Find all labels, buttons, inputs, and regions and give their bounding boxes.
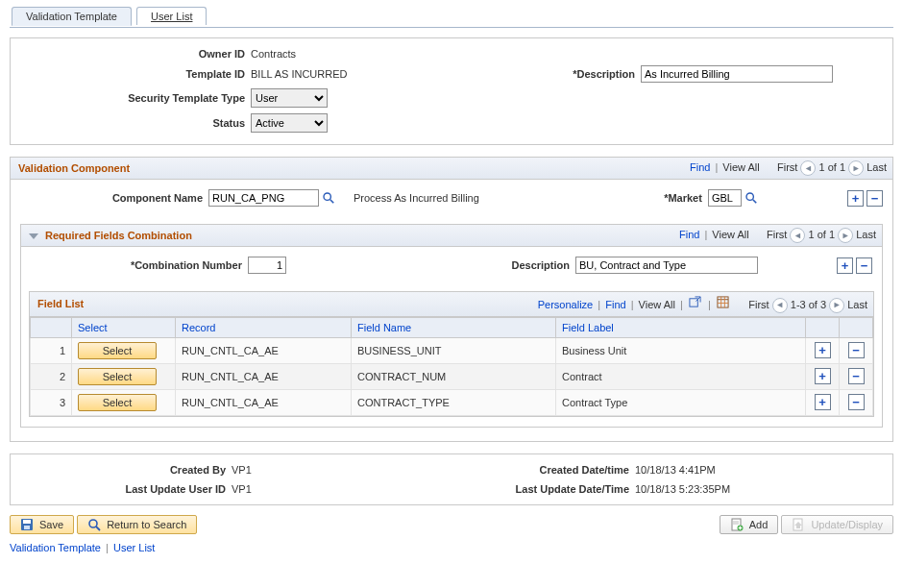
row-fieldlabel: Contract Type [556,389,806,415]
svg-line-15 [96,527,100,530]
template-id-label: Template ID [24,68,245,80]
component-find-link[interactable]: Find [690,161,710,173]
security-template-type-select[interactable]: User [251,88,328,108]
svg-rect-13 [24,526,30,529]
combo-first-label: First [767,229,787,240]
component-name-input[interactable] [208,189,319,207]
owner-id-value: Contracts [251,48,296,60]
svg-point-2 [746,193,753,200]
component-last-label: Last [866,161,887,173]
combo-collapse-icon[interactable] [29,233,38,239]
combo-description-input[interactable] [575,257,758,274]
status-label: Status [24,117,245,129]
svg-rect-4 [690,298,697,306]
description-input[interactable] [641,65,833,83]
row-num: 3 [31,389,72,415]
col-fieldname[interactable]: Field Name [357,322,411,333]
select-button[interactable]: Select [78,342,157,359]
bottom-link-validation-template[interactable]: Validation Template [10,542,101,553]
row-delete-icon[interactable]: − [848,342,865,358]
combo-prev-icon[interactable]: ◄ [790,228,805,243]
combo-add-row-icon[interactable]: + [837,257,853,274]
combo-last-label: Last [856,229,876,240]
fieldlist-zoom-icon[interactable] [689,295,702,308]
market-label: *Market [568,192,702,204]
updated-by-value: VP1 [232,483,252,495]
fieldlist-find-link[interactable]: Find [605,299,625,310]
select-button[interactable]: Select [78,394,157,411]
save-button[interactable]: Save [10,515,74,534]
combo-range: 1 of 1 [809,229,836,240]
fieldlist-prev-icon[interactable]: ◄ [772,298,788,313]
table-row: 3SelectRUN_CNTL_CA_AECONTRACT_TYPEContra… [31,389,873,415]
created-date-label: Created Date/time [452,464,629,476]
combination-number-input[interactable] [248,257,286,274]
fieldlist-first-label: First [748,299,769,310]
row-fieldlabel: Business Unit [556,337,806,363]
row-add-icon[interactable]: + [815,342,831,358]
combo-next-icon[interactable]: ► [838,228,853,243]
template-id-value: BILL AS INCURRED [251,68,472,80]
component-process-descr: Process As Incurred Billing [354,192,479,204]
row-num: 2 [31,363,72,389]
audit-footer: Created By VP1 Created Date/time 10/18/1… [10,453,893,505]
svg-line-1 [330,200,334,204]
update-display-button: Update/Display [781,515,893,534]
security-template-type-label: Security Template Type [24,92,245,104]
page-tabs: Validation Template User List [10,6,893,28]
row-add-icon[interactable]: + [815,394,831,410]
combo-viewall: View All [712,229,748,240]
updated-date-label: Last Update Date/Time [452,483,629,495]
tab-validation-template[interactable]: Validation Template [12,7,132,26]
row-delete-icon[interactable]: − [848,368,865,384]
row-fieldname: BUSINESS_UNIT [352,337,556,363]
component-add-row-icon[interactable]: + [847,190,864,207]
table-row: 2SelectRUN_CNTL_CA_AECONTRACT_NUMContrac… [31,363,873,389]
fieldlist-viewall: View All [639,299,675,310]
col-select[interactable]: Select [78,322,108,333]
fieldlist-last-label: Last [847,299,867,310]
row-record: RUN_CNTL_CA_AE [176,337,352,363]
col-fieldlabel[interactable]: Field Label [562,322,614,333]
fieldlist-download-icon[interactable] [717,295,730,308]
bottom-link-user-list[interactable]: User List [113,542,155,553]
table-row: 1SelectRUN_CNTL_CA_AEBUSINESS_UNITBusine… [31,337,873,363]
component-next-icon[interactable]: ► [848,160,864,176]
market-input[interactable] [708,189,742,207]
field-list-grid: Field List Personalize | Find | View All… [29,291,874,417]
combo-find-link[interactable]: Find [679,229,699,240]
combo-description-label: Description [286,259,570,271]
row-delete-icon[interactable]: − [848,394,865,410]
row-record: RUN_CNTL_CA_AE [176,363,352,389]
component-name-lookup-icon[interactable] [321,190,336,206]
page-toolbar: Save Return to Search Add Update/Disp [10,515,893,534]
updated-by-label: Last Update User ID [24,483,226,495]
validation-component-section: Validation Component Find | View All Fir… [10,157,893,442]
created-date-value: 10/18/13 4:41PM [635,464,716,476]
status-select[interactable]: Active [251,113,328,133]
bottom-links: Validation Template | User List [10,542,893,553]
fieldlist-personalize-link[interactable]: Personalize [538,299,593,310]
row-fieldlabel: Contract [556,363,806,389]
add-icon [730,518,744,531]
combo-delete-row-icon[interactable]: − [856,257,872,274]
market-lookup-icon[interactable] [744,190,759,206]
fieldlist-next-icon[interactable]: ► [829,298,844,313]
created-by-value: VP1 [232,464,252,476]
select-button[interactable]: Select [78,368,157,385]
add-button[interactable]: Add [720,515,779,534]
return-to-search-button[interactable]: Return to Search [77,515,197,534]
required-fields-combination-section: Required Fields Combination Find | View … [20,224,883,428]
row-fieldname: CONTRACT_NUM [352,363,556,389]
template-header: Owner ID Contracts Template ID BILL AS I… [10,37,893,145]
component-prev-icon[interactable]: ◄ [800,160,816,176]
component-range: 1 of 1 [819,161,846,173]
component-delete-row-icon[interactable]: − [866,190,883,207]
svg-point-0 [324,193,330,200]
row-add-icon[interactable]: + [815,368,831,384]
return-icon [87,518,101,531]
field-list-title: Field List [37,298,84,309]
tab-user-list[interactable]: User List [136,7,207,25]
col-record[interactable]: Record [182,322,215,333]
validation-component-title: Validation Component [18,162,130,174]
